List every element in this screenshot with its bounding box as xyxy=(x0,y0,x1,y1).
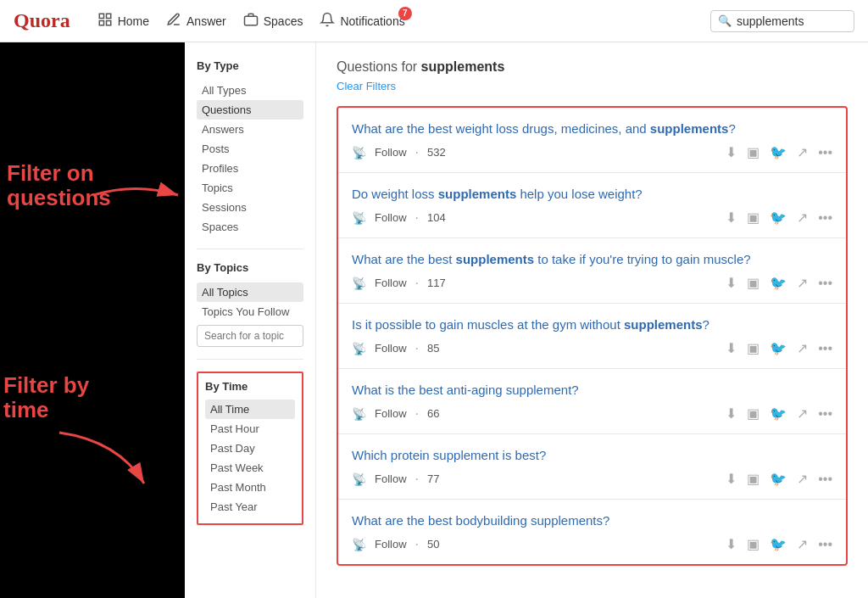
spaces-icon xyxy=(243,12,259,31)
more-icon[interactable]: ••• xyxy=(818,145,832,160)
sidebar-item-past-month[interactable]: Past Month xyxy=(205,478,295,497)
question-meta: 📡 Follow · 77 ⬇ ▣ 🐦 ↗ ••• xyxy=(352,471,832,487)
question-link[interactable]: Which protein supplement is best? xyxy=(352,446,832,464)
sidebar: By Type All Types Questions Answers Post… xyxy=(185,42,316,598)
sidebar-item-all-time[interactable]: All Time xyxy=(205,400,295,419)
topic-search-input[interactable] xyxy=(197,325,303,347)
share-icon[interactable]: ↗ xyxy=(797,405,808,422)
question-link[interactable]: What are the best bodybuilding supplemen… xyxy=(352,511,832,529)
share-icon[interactable]: ↗ xyxy=(797,210,808,226)
nav-notifications[interactable]: 7 Notifications xyxy=(320,12,404,31)
nav-items: Home Answer Spaces 7 Notifications xyxy=(97,12,405,31)
question-item: What are the best weight loss drugs, med… xyxy=(338,108,846,173)
facebook-icon[interactable]: ▣ xyxy=(747,340,760,356)
question-link[interactable]: What are the best supplements to take if… xyxy=(352,250,832,268)
sidebar-item-questions[interactable]: Questions xyxy=(197,100,303,120)
sidebar-item-profiles[interactable]: Profiles xyxy=(197,159,303,178)
twitter-icon[interactable]: 🐦 xyxy=(770,471,787,487)
left-panel: Filter on questions Filter by time xyxy=(0,42,185,598)
downvote-icon[interactable]: ⬇ xyxy=(726,144,737,160)
follow-count: 85 xyxy=(427,342,439,355)
sidebar-item-all-types[interactable]: All Types xyxy=(197,81,303,100)
quora-logo: Quora xyxy=(14,9,70,32)
downvote-icon[interactable]: ⬇ xyxy=(726,275,737,291)
downvote-icon[interactable]: ⬇ xyxy=(726,471,737,487)
follow-button[interactable]: Follow xyxy=(375,146,407,159)
content-area: Questions for supplements Clear Filters … xyxy=(316,42,868,598)
question-link[interactable]: What are the best weight loss drugs, med… xyxy=(352,120,832,137)
action-icons: ⬇ ▣ 🐦 ↗ ••• xyxy=(726,275,832,291)
question-link[interactable]: Do weight loss supplements help you lose… xyxy=(352,185,832,203)
sidebar-item-topics[interactable]: Topics xyxy=(197,178,303,198)
sidebar-item-past-week[interactable]: Past Week xyxy=(205,458,295,478)
facebook-icon[interactable]: ▣ xyxy=(747,471,760,487)
facebook-icon[interactable]: ▣ xyxy=(747,210,760,226)
facebook-icon[interactable]: ▣ xyxy=(747,536,760,552)
arrow-time xyxy=(51,424,153,492)
follow-count: 77 xyxy=(427,472,439,485)
share-icon[interactable]: ↗ xyxy=(797,340,808,356)
more-icon[interactable]: ••• xyxy=(818,537,832,552)
twitter-icon[interactable]: 🐦 xyxy=(770,275,787,291)
twitter-icon[interactable]: 🐦 xyxy=(770,405,787,422)
search-icon: 🔍 xyxy=(718,14,732,27)
share-icon[interactable]: ↗ xyxy=(797,275,808,291)
downvote-icon[interactable]: ⬇ xyxy=(726,210,737,226)
follow-button[interactable]: Follow xyxy=(375,277,407,289)
more-icon[interactable]: ••• xyxy=(818,210,832,226)
downvote-icon[interactable]: ⬇ xyxy=(726,405,737,422)
twitter-icon[interactable]: 🐦 xyxy=(770,340,787,356)
nav-answer[interactable]: Answer xyxy=(166,12,226,31)
twitter-icon[interactable]: 🐦 xyxy=(770,144,787,160)
sidebar-item-sessions[interactable]: Sessions xyxy=(197,198,303,217)
nav-home[interactable]: Home xyxy=(97,12,149,31)
notification-badge: 7 xyxy=(398,7,412,20)
svg-rect-1 xyxy=(106,14,110,18)
more-icon[interactable]: ••• xyxy=(818,276,832,291)
sidebar-item-spaces[interactable]: Spaces xyxy=(197,217,303,237)
action-icons: ⬇ ▣ 🐦 ↗ ••• xyxy=(726,144,832,160)
facebook-icon[interactable]: ▣ xyxy=(747,144,760,160)
question-link[interactable]: What is the best anti-aging supplement? xyxy=(352,381,832,399)
search-box[interactable]: 🔍 xyxy=(710,10,854,32)
question-meta: 📡 Follow · 66 ⬇ ▣ 🐦 ↗ ••• xyxy=(352,405,832,422)
sidebar-item-past-hour[interactable]: Past Hour xyxy=(205,419,295,439)
follow-button[interactable]: Follow xyxy=(375,211,407,224)
question-link[interactable]: Is it possible to gain muscles at the gy… xyxy=(352,316,832,333)
sidebar-item-all-topics[interactable]: All Topics xyxy=(197,282,303,302)
question-item: What are the best supplements to take if… xyxy=(338,238,846,304)
follow-count: 50 xyxy=(427,538,439,550)
question-meta: 📡 Follow · 104 ⬇ ▣ 🐦 ↗ ••• xyxy=(352,210,832,226)
more-icon[interactable]: ••• xyxy=(818,406,832,422)
more-icon[interactable]: ••• xyxy=(818,341,832,356)
facebook-icon[interactable]: ▣ xyxy=(747,275,760,291)
twitter-icon[interactable]: 🐦 xyxy=(770,536,787,552)
sidebar-item-answers[interactable]: Answers xyxy=(197,120,303,139)
more-icon[interactable]: ••• xyxy=(818,472,832,487)
action-icons: ⬇ ▣ 🐦 ↗ ••• xyxy=(726,340,832,356)
nav-spaces[interactable]: Spaces xyxy=(243,12,303,31)
share-icon[interactable]: ↗ xyxy=(797,536,808,552)
action-icons: ⬇ ▣ 🐦 ↗ ••• xyxy=(726,471,832,487)
sidebar-item-past-day[interactable]: Past Day xyxy=(205,439,295,458)
downvote-icon[interactable]: ⬇ xyxy=(726,340,737,356)
follow-button[interactable]: Follow xyxy=(375,538,407,550)
follow-button[interactable]: Follow xyxy=(375,407,407,420)
follow-button[interactable]: Follow xyxy=(375,472,407,485)
follow-button[interactable]: Follow xyxy=(375,342,407,355)
share-icon[interactable]: ↗ xyxy=(797,144,808,160)
annotation-time-line1: Filter by xyxy=(3,373,89,398)
downvote-icon[interactable]: ⬇ xyxy=(726,536,737,552)
annotation-questions-line1: Filter on xyxy=(7,161,111,186)
clear-filters-link[interactable]: Clear Filters xyxy=(337,80,848,92)
sidebar-item-posts[interactable]: Posts xyxy=(197,139,303,159)
sidebar-item-past-year[interactable]: Past Year xyxy=(205,497,295,517)
facebook-icon[interactable]: ▣ xyxy=(747,405,760,422)
share-icon[interactable]: ↗ xyxy=(797,471,808,487)
bell-icon xyxy=(320,12,335,31)
search-input[interactable] xyxy=(737,14,847,28)
sidebar-item-topics-you-follow[interactable]: Topics You Follow xyxy=(197,302,303,321)
question-item: Do weight loss supplements help you lose… xyxy=(338,173,846,238)
by-time-title: By Time xyxy=(205,380,295,393)
twitter-icon[interactable]: 🐦 xyxy=(770,210,787,226)
